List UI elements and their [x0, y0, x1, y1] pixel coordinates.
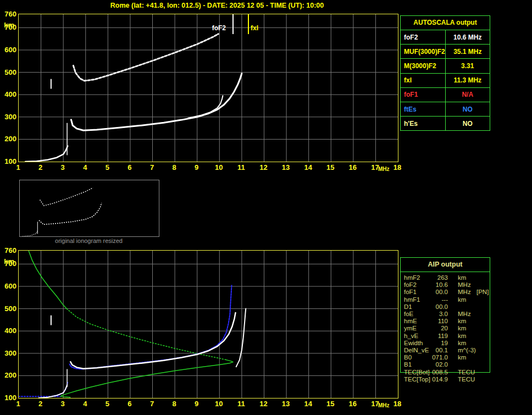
autoscala-value: 10.6 MHz: [445, 30, 490, 44]
aip-row-hmF2: hmF2263km: [401, 274, 491, 281]
aip-label: foF2: [404, 281, 417, 289]
x-tick-3: 3: [56, 163, 70, 171]
x-tick-1: 1: [11, 163, 25, 171]
aip-label: B1: [404, 361, 412, 368]
thumbnail-1: [19, 180, 159, 237]
aip-label: ymE: [404, 325, 417, 332]
series-profile-bottomside: [60, 360, 232, 398]
aip-label: hmE: [404, 318, 417, 325]
marker-label-foF2: foF2: [212, 24, 226, 32]
aip-value: 014.9: [416, 376, 448, 383]
aip-row-foF1: foF100.0MHz[PN]: [401, 289, 491, 296]
y-tick-500: 500: [0, 305, 16, 312]
autoscala-label: h'Es: [401, 120, 445, 128]
x-tick-12: 12: [256, 163, 270, 171]
aip-unit: TECU: [458, 369, 475, 376]
autoscala-row-foF2: foF210.6 MHz: [401, 30, 490, 44]
x-tick-16: 16: [346, 400, 360, 408]
aip-value: 00.0: [416, 303, 448, 311]
thumbnail-traces: [20, 180, 159, 236]
series-f2-trace: [71, 74, 242, 131]
y-tick-760: 760: [0, 10, 16, 18]
aip-row-B1: B102.0: [401, 361, 491, 368]
series-f2-trace: [39, 203, 102, 224]
top-ionogram-plot: foF2fxI: [18, 14, 398, 162]
aip-value: 071.0: [416, 354, 448, 361]
autoscala-row-MUF(3000)F2: MUF(3000)F235.1 MHz: [401, 44, 490, 58]
y-tick-200: 200: [0, 135, 16, 142]
series-e-trace: [25, 146, 68, 162]
x-tick-15: 15: [323, 163, 337, 171]
series-f2-trace: [70, 313, 235, 369]
autoscala-row-ftEs: ftEsNO: [401, 102, 490, 116]
grid: [19, 14, 398, 162]
autoscala-value: 3.31: [445, 59, 490, 73]
aip-row-TEC[Bot]: TEC[Bot]008.5TECU: [401, 369, 491, 376]
y-tick-300: 300: [0, 113, 16, 120]
autoscala-label: ftEs: [401, 106, 445, 113]
aip-value: ---: [416, 296, 448, 303]
x-tick-15: 15: [323, 400, 337, 408]
aip-unit: km: [458, 296, 466, 303]
aip-value: 10.6: [416, 281, 448, 289]
x-tick-4: 4: [78, 400, 92, 408]
y-tick-400: 400: [0, 327, 16, 334]
aip-row-Ewidth: Ewidth19km: [401, 340, 491, 347]
aip-row-hmE: hmE110km: [401, 318, 491, 325]
top-ionogram-traces: [19, 14, 398, 162]
aip-label: foE: [404, 311, 413, 318]
aip-row-foF2: foF210.6MHz: [401, 281, 491, 289]
autoscala-row-M(3000)F2: M(3000)F23.31: [401, 58, 490, 73]
autoscala-row-h'Es: h'EsNO: [401, 116, 490, 130]
autoscala-row-foF1: foF1N/A: [401, 87, 490, 102]
y-axis-unit: km: [0, 257, 14, 265]
autoscala-label: foF2: [401, 34, 445, 41]
series-second-hop: [40, 188, 93, 206]
x-tick-10: 10: [212, 400, 226, 408]
x-tick-7: 7: [145, 400, 159, 408]
aip-value: 00.1: [416, 347, 448, 354]
x-tick-14: 14: [301, 163, 315, 171]
aip-table-header: AIP output: [401, 258, 490, 272]
aip-row-B0: B0071.0km: [401, 354, 491, 361]
aip-value: 20: [416, 325, 448, 332]
aip-unit: km: [458, 340, 466, 347]
autoscala-value: NO: [445, 117, 490, 130]
x-tick-5: 5: [100, 400, 114, 408]
y-tick-500: 500: [0, 69, 16, 76]
x-tick-9: 9: [190, 400, 204, 408]
aip-unit: km: [458, 354, 466, 361]
x-tick-18: 18: [390, 163, 404, 171]
grid: [19, 251, 398, 398]
aip-value: 008.5: [416, 369, 448, 376]
aip-row-D1: D100.0: [401, 303, 491, 311]
y-tick-400: 400: [0, 91, 16, 98]
y-tick-300: 300: [0, 350, 16, 357]
x-tick-5: 5: [100, 163, 114, 171]
aip-unit: km: [458, 333, 466, 340]
aip-unit: MHz: [458, 289, 471, 296]
x-tick-13: 13: [279, 163, 293, 171]
aip-label: B0: [404, 354, 412, 361]
aip-row-TEC[Top]: TEC[Top]014.9TECU: [401, 376, 491, 383]
x-axis-unit: MHz: [378, 166, 390, 172]
series-f2-restored: [70, 285, 232, 369]
marker-line-foF2: [232, 14, 234, 34]
autoscala-label: MUF(3000)F2: [401, 48, 445, 56]
aip-extra: [PN]: [476, 289, 489, 296]
aip-unit: MHz: [458, 311, 471, 318]
bottom-ionogram-traces: [19, 251, 398, 398]
aip-label: D1: [404, 303, 412, 311]
aip-output-table: AIP output hmF2263kmfoF210.6MHzfoF100.0M…: [400, 257, 490, 373]
y-tick-600: 600: [0, 46, 16, 53]
x-tick-2: 2: [34, 400, 48, 408]
x-tick-10: 10: [212, 163, 226, 171]
x-tick-18: 18: [390, 400, 404, 408]
aip-row-DelN_vE: DelN_vE00.1m^(-3): [401, 347, 491, 354]
x-tick-1: 1: [11, 400, 25, 408]
aip-unit: TECU: [458, 376, 475, 383]
x-tick-2: 2: [34, 163, 48, 171]
x-tick-16: 16: [346, 163, 360, 171]
x-tick-9: 9: [190, 163, 204, 171]
x-tick-14: 14: [301, 400, 315, 408]
